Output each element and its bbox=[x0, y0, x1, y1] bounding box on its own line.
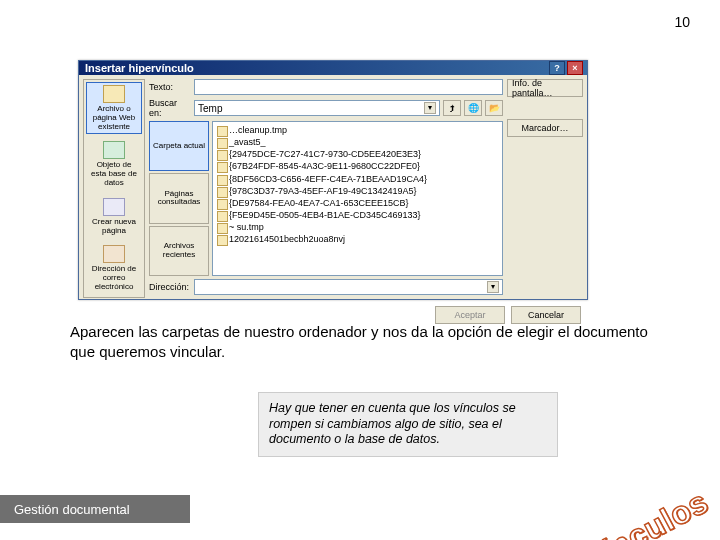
browse-file-icon[interactable]: 📂 bbox=[485, 100, 503, 116]
help-icon[interactable]: ? bbox=[549, 61, 565, 75]
email-icon bbox=[103, 245, 125, 263]
dialog-body: Archivo o página Web existente Objeto de… bbox=[79, 75, 587, 302]
file-list[interactable]: …cleanup.tmp _avast5_ {29475DCE-7C27-41C… bbox=[212, 121, 503, 276]
linkto-label: Objeto de esta base de datos bbox=[88, 161, 140, 187]
dialog-title: Insertar hipervínculo bbox=[83, 62, 547, 74]
list-item[interactable]: _avast5_ bbox=[215, 136, 500, 148]
lookin-dropdown[interactable]: Temp ▾ bbox=[194, 100, 440, 116]
new-page-icon bbox=[103, 198, 125, 216]
browse-web-icon[interactable]: 🌐 bbox=[464, 100, 482, 116]
list-item[interactable]: {978C3D37-79A3-45EF-AF19-49C1342419A5} bbox=[215, 185, 500, 197]
file-web-icon bbox=[103, 85, 125, 103]
linkto-email[interactable]: Dirección de correo electrónico bbox=[86, 242, 142, 294]
chevron-down-icon: ▾ bbox=[424, 102, 436, 114]
list-item[interactable]: {F5E9D45E-0505-4EB4-B1AE-CD345C469133} bbox=[215, 209, 500, 221]
text-label: Texto: bbox=[149, 82, 191, 92]
footer-label: Gestión documental bbox=[0, 495, 190, 523]
list-item[interactable]: {29475DCE-7C27-41C7-9730-CD5EE420E3E3} bbox=[215, 148, 500, 160]
db-object-icon bbox=[103, 141, 125, 159]
tab-browsed-pages[interactable]: Páginas consultadas bbox=[149, 173, 209, 223]
body-paragraph: Aparecen las carpetas de nuestro ordenad… bbox=[70, 322, 658, 361]
address-dropdown[interactable]: ▾ bbox=[194, 279, 503, 295]
dialog-titlebar: Insertar hipervínculo ? × bbox=[79, 61, 587, 75]
linkto-label: Crear nueva página bbox=[88, 218, 140, 236]
chevron-down-icon: ▾ bbox=[487, 281, 499, 293]
page-number: 10 bbox=[674, 14, 690, 30]
list-item[interactable]: …cleanup.tmp bbox=[215, 124, 500, 136]
linkto-label: Dirección de correo electrónico bbox=[88, 265, 140, 291]
dialog-right-buttons: Info. de pantalla… Marcador… bbox=[503, 79, 583, 298]
tab-current-folder[interactable]: Carpeta actual bbox=[149, 121, 209, 171]
linkto-existing-file[interactable]: Archivo o página Web existente bbox=[86, 82, 142, 134]
lookin-label: Buscar en: bbox=[149, 98, 191, 118]
linkto-new-page[interactable]: Crear nueva página bbox=[86, 195, 142, 239]
list-item[interactable]: 12021614501becbh2uoa8nvj bbox=[215, 233, 500, 245]
wordart-title: Crear vínculos bbox=[494, 483, 714, 540]
text-input[interactable] bbox=[194, 79, 503, 95]
list-item[interactable]: ~ su.tmp bbox=[215, 221, 500, 233]
up-one-level-icon[interactable]: ⮭ bbox=[443, 100, 461, 116]
bookmark-button[interactable]: Marcador… bbox=[507, 119, 583, 137]
browse-tabs: Carpeta actual Páginas consultadas Archi… bbox=[149, 121, 209, 276]
dialog-center: Texto: Buscar en: Temp ▾ ⮭ 🌐 📂 Carpeta a… bbox=[149, 79, 503, 298]
list-item[interactable]: {67B24FDF-8545-4A3C-9E11-9680CC22DFE0} bbox=[215, 160, 500, 172]
screen-tip-button[interactable]: Info. de pantalla… bbox=[507, 79, 583, 97]
linkto-label: Archivo o página Web existente bbox=[88, 105, 140, 131]
linkto-db-object[interactable]: Objeto de esta base de datos bbox=[86, 138, 142, 190]
link-to-bar: Archivo o página Web existente Objeto de… bbox=[83, 79, 145, 298]
lookin-value: Temp bbox=[198, 103, 222, 114]
list-item[interactable]: {8DF56CD3-C656-4EFF-C4EA-71BEAAD19CA4} bbox=[215, 173, 500, 185]
address-label: Dirección: bbox=[149, 282, 191, 292]
note-box: Hay que tener en cuenta que los vínculos… bbox=[258, 392, 558, 457]
list-item[interactable]: {DE97584-FEA0-4EA7-CA1-653CEEE15CB} bbox=[215, 197, 500, 209]
tab-recent-files[interactable]: Archivos recientes bbox=[149, 226, 209, 276]
insert-hyperlink-dialog: Insertar hipervínculo ? × Archivo o pági… bbox=[78, 60, 588, 300]
close-icon[interactable]: × bbox=[567, 61, 583, 75]
